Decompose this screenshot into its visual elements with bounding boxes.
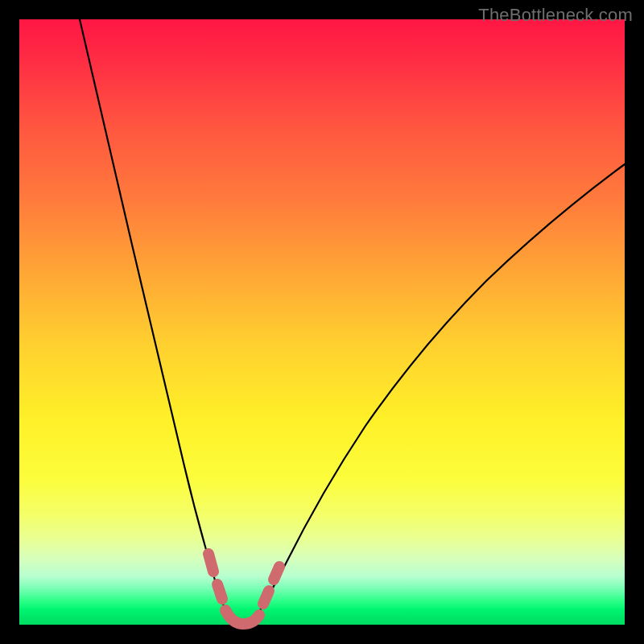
curve-svg [19,19,625,625]
pink-right-upper [274,567,279,580]
pink-right-lower [263,591,269,604]
chart-frame: TheBottleneck.com [0,0,644,644]
pink-floor [225,610,259,624]
plot-area [19,19,625,625]
left-curve [80,19,230,619]
watermark-text: TheBottleneck.com [478,5,633,26]
right-curve [254,164,625,619]
pink-left-lower [217,584,222,599]
pink-left-upper [208,554,213,572]
